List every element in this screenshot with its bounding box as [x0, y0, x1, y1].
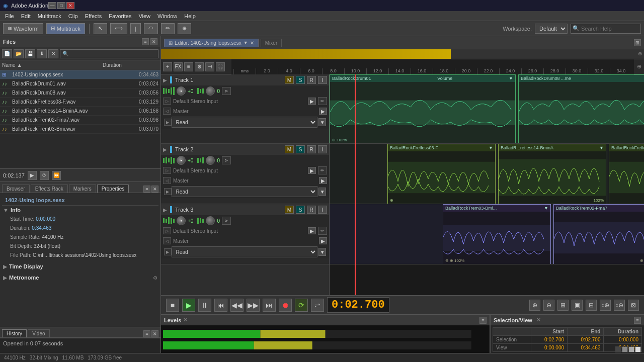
track-1-input-fx[interactable]: ✏: [318, 97, 327, 105]
editor-panel-expand-btn[interactable]: ⊞: [634, 39, 641, 46]
track-3-out-btn[interactable]: ⊳: [222, 217, 231, 225]
menu-edit[interactable]: Edit: [18, 13, 34, 20]
metronome-header[interactable]: ▶ Metronome ⚙: [2, 273, 158, 282]
list-item[interactable]: ♪♪ BalladRockDrum08.wav 0:03.056: [0, 88, 160, 98]
selection-close-icon[interactable]: ✕: [536, 317, 541, 323]
track-2-output-expand[interactable]: ▶: [319, 177, 327, 184]
list-item[interactable]: ♪♪ BalladRockDrum01.wav 0:03.024: [0, 79, 160, 88]
menu-clip[interactable]: Clip: [65, 13, 81, 20]
tab-video[interactable]: Video: [28, 329, 49, 337]
track-2-automation-select[interactable]: Read: [172, 186, 318, 197]
save-btn[interactable]: 💾: [25, 49, 35, 58]
menu-multitrack[interactable]: Multitrack: [35, 13, 64, 20]
menu-effects[interactable]: Effects: [82, 13, 105, 20]
tab-effects-rack[interactable]: Effects Rack: [31, 185, 68, 193]
clip-end-btn[interactable]: ⊣: [205, 62, 214, 71]
list-item[interactable]: ♪♪ BalladRockFretless14-BminA.wav 0:06.1…: [0, 107, 160, 116]
timeline-ruler[interactable]: hms 2.0 4.0 6.0 8.0 10.0 12.0 14.0 16.0 …: [231, 59, 634, 74]
track-3-output-expand[interactable]: ▶: [319, 237, 327, 244]
track-3-input-direction[interactable]: ▷: [163, 227, 171, 234]
editor-tab-close[interactable]: ✕: [250, 40, 254, 46]
track-1-mute-btn[interactable]: M: [285, 76, 294, 84]
headphones-btn[interactable]: 🎧: [216, 62, 225, 71]
maximize-button[interactable]: □: [57, 2, 65, 9]
zoom-h-out-btn[interactable]: ↕⊖: [614, 300, 625, 311]
files-panel-close-btn[interactable]: ✕: [150, 38, 157, 45]
tab-mixer[interactable]: Mixer: [261, 39, 282, 47]
tab-browser[interactable]: Browser: [2, 185, 30, 193]
preview-play-btn[interactable]: ▶: [28, 171, 37, 180]
track-2-record-btn[interactable]: R: [307, 145, 316, 153]
fade-tool-btn[interactable]: ◠: [144, 23, 158, 34]
track-1-pan-knob[interactable]: [206, 86, 215, 96]
zoom-h-in-btn[interactable]: ↕⊕: [600, 300, 611, 311]
tab-markers[interactable]: Markers: [69, 185, 96, 193]
swatch-3[interactable]: [628, 346, 634, 352]
list-item[interactable]: ⊞ 1402-Using loops.sesx 0:34.463: [0, 70, 160, 79]
selection-panel-menu[interactable]: ≡: [634, 317, 641, 324]
track-2-monitor-btn[interactable]: I: [318, 145, 327, 153]
track-2-input-direction[interactable]: ▷: [163, 167, 171, 174]
track-1-read-expand[interactable]: ▶: [164, 119, 172, 126]
track-2-solo-btn[interactable]: S: [296, 145, 305, 153]
track-1-record-btn[interactable]: R: [307, 76, 316, 84]
timecode-tool-btn[interactable]: ⟺: [110, 23, 127, 34]
swatch-1[interactable]: [615, 346, 621, 352]
menu-file[interactable]: File: [2, 13, 17, 20]
track-2-input-fx[interactable]: ✏: [318, 166, 327, 174]
open-file-btn[interactable]: 📂: [14, 49, 24, 58]
info-section-header[interactable]: ▼ Info: [2, 206, 158, 215]
track-3-mute-btn[interactable]: M: [285, 206, 294, 214]
files-search-input[interactable]: [60, 49, 158, 58]
preview-loop-btn[interactable]: ⟳: [40, 171, 49, 180]
stop-button[interactable]: ■: [166, 299, 179, 312]
wave-clip-2-1[interactable]: BalladRockFretless03-F ▼: [387, 144, 496, 204]
move-tool-btn[interactable]: ⊕: [178, 23, 191, 34]
wave-clip-2-2[interactable]: BalladR...retless14-BminA ▼ 1: [498, 144, 606, 204]
track-2-out-btn[interactable]: ⊳: [222, 156, 231, 164]
prev-button[interactable]: ⏮: [214, 299, 227, 312]
track-1-read-dropdown[interactable]: ▼: [318, 118, 326, 126]
history-panel-menu-btn[interactable]: ≡: [143, 330, 150, 337]
track-2-read-dropdown[interactable]: ▼: [318, 188, 326, 196]
zoom-full-btn[interactable]: ⊠: [628, 300, 639, 311]
wave-clip-1-2[interactable]: BalladRockDrum08 ...me ▼: [518, 74, 644, 143]
track-2-output-direction[interactable]: ◁: [163, 177, 171, 184]
metronome-settings-btn[interactable]: ⚙: [153, 275, 157, 281]
swatch-4[interactable]: [635, 346, 641, 352]
track-1-input-expand[interactable]: ▶: [308, 98, 316, 105]
track-1-out-btn[interactable]: ⊳: [222, 87, 231, 95]
fx-rack-btn[interactable]: FX: [174, 62, 183, 71]
zoom-sel-btn[interactable]: ▣: [572, 300, 583, 311]
wave-clip-3-2[interactable]: BalladRockTrem02-Fma7 ▼ ⊕⊕101: [553, 204, 644, 264]
punch-button[interactable]: ⇌: [311, 299, 324, 312]
next-button[interactable]: ⏭: [263, 299, 276, 312]
settings-btn[interactable]: ⚙: [195, 62, 204, 71]
track-3-pan-knob[interactable]: [206, 216, 215, 225]
list-item[interactable]: ♪♪ BalladRockTrem03-Bmi.wav 0:03.070: [0, 125, 160, 134]
track-3-solo-btn[interactable]: S: [296, 206, 305, 214]
wave-clip-2-3[interactable]: BalladRockFretless03-F ▼ 102%: [609, 144, 644, 204]
track-1-automation-select[interactable]: Read: [172, 117, 318, 128]
track-3-volume-knob[interactable]: ●: [177, 216, 186, 225]
levels-close-icon[interactable]: ✕: [183, 317, 188, 323]
wave-clip-3-1[interactable]: BalladRockTrem03-Bmi... ▼: [443, 204, 551, 264]
track-3-input-expand[interactable]: ▶: [308, 227, 316, 234]
track-3-output-direction[interactable]: ◁: [163, 237, 171, 244]
list-item[interactable]: ♪♪ BalladRockFretless03-F.wav 0:03.129: [0, 98, 160, 107]
zoom-width-btn[interactable]: ⊟: [586, 300, 597, 311]
tab-panel-menu-btn[interactable]: ≡: [143, 186, 150, 193]
list-item[interactable]: ♪♪ BalladRockTrem02-Fma7.wav 0:03.098: [0, 116, 160, 125]
history-panel-close-btn[interactable]: ✕: [151, 330, 158, 337]
track-1-solo-btn[interactable]: S: [296, 76, 305, 84]
track-1-monitor-btn[interactable]: I: [318, 76, 327, 84]
waveform-btn[interactable]: ≋ Waveform: [3, 23, 43, 34]
close-button[interactable]: ✕: [66, 2, 74, 9]
zoom-out-btn[interactable]: ⊖: [543, 300, 554, 311]
track-2-mute-btn[interactable]: M: [285, 145, 294, 153]
menu-view[interactable]: View: [135, 13, 153, 20]
timeline-overview-bar[interactable]: ⊕: [161, 49, 644, 59]
zoom-in-btn[interactable]: ⊕: [529, 300, 540, 311]
track-2-pan-knob[interactable]: [206, 156, 215, 165]
preview-autoplay-btn[interactable]: ⏩: [52, 171, 61, 180]
